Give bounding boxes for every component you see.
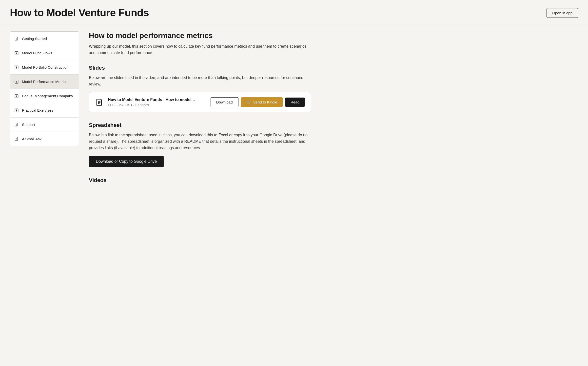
sidebar-item-getting-started[interactable]: Getting Started [10, 32, 79, 46]
sidebar-item-practical-exercises[interactable]: Practical Exercises [10, 103, 79, 118]
videos-title: Videos [89, 177, 311, 183]
download-box-icon [14, 108, 19, 113]
sidebar-item-label: Model Performance Metrics [22, 79, 67, 84]
sidebar-item-label: Getting Started [22, 36, 47, 41]
sidebar-item-bonus-management-company[interactable]: Bonus: Management Company [10, 89, 79, 103]
main-layout: Getting Started Model Fund Flows Model P… [0, 24, 588, 191]
pdf-file-icon [95, 98, 104, 107]
file-info: How to Model Venture Funds - How to mode… [108, 98, 207, 107]
sidebar-item-label: A Small Ask [22, 136, 41, 142]
svg-rect-0 [15, 37, 18, 40]
page-title: How to Model Venture Funds [10, 7, 149, 19]
sidebar-item-model-performance-metrics[interactable]: Model Performance Metrics [10, 75, 79, 89]
svg-rect-17 [15, 123, 18, 126]
document-icon [14, 122, 19, 127]
google-drive-button[interactable]: Download or Copy to Google Drive [89, 156, 164, 167]
svg-marker-13 [16, 95, 18, 97]
file-card: How to Model Venture Funds - How to mode… [89, 92, 311, 112]
download-box-icon [14, 79, 19, 84]
page-header: How to Model Venture Funds Open in app [0, 0, 588, 24]
svg-rect-25 [97, 99, 101, 105]
open-in-app-button[interactable]: Open in app [547, 8, 578, 18]
spreadsheet-title: Spreadsheet [89, 122, 311, 128]
read-button[interactable]: Read [285, 98, 305, 107]
sidebar-item-label: Model Fund Flows [22, 50, 52, 56]
play-icon [14, 51, 19, 56]
file-meta: PDF · 357.2 KB · 19 pages [108, 103, 207, 107]
sidebar-item-a-small-ask[interactable]: A Small Ask [10, 132, 79, 146]
download-box-icon [14, 65, 19, 70]
sidebar-item-label: Model Portfolio Construction [22, 65, 68, 70]
file-name: How to Model Venture Funds - How to mode… [108, 98, 207, 102]
kindle-label: Send to Kindle [253, 100, 277, 104]
play-icon [14, 94, 19, 99]
svg-rect-21 [15, 137, 18, 141]
sidebar-item-model-portfolio-construction[interactable]: Model Portfolio Construction [10, 60, 79, 75]
section-title: How to model performance metrics [89, 31, 311, 40]
document-icon [14, 36, 19, 41]
slides-description: Below are the slides used in the video, … [89, 75, 311, 87]
document-icon [14, 137, 19, 142]
sidebar: Getting Started Model Fund Flows Model P… [10, 31, 79, 146]
download-button[interactable]: Download [211, 97, 238, 107]
spreadsheet-description: Below is a link to the spreadsheet used … [89, 132, 311, 151]
slides-title: Slides [89, 65, 311, 71]
send-to-kindle-button[interactable]: 🛒 Send to Kindle [241, 97, 283, 107]
sidebar-item-model-fund-flows[interactable]: Model Fund Flows [10, 46, 79, 60]
sidebar-item-support[interactable]: Support [10, 118, 79, 132]
main-content: How to model performance metrics Wrappin… [89, 31, 311, 183]
svg-marker-5 [16, 52, 18, 54]
sidebar-item-label: Support [22, 122, 35, 127]
amazon-icon: 🛒 [246, 100, 251, 104]
sidebar-item-label: Practical Exercises [22, 108, 53, 113]
file-actions: Download 🛒 Send to Kindle Read [211, 97, 305, 107]
section-description: Wrapping up our model, this section cove… [89, 43, 311, 56]
sidebar-item-label: Bonus: Management Company [22, 93, 73, 99]
